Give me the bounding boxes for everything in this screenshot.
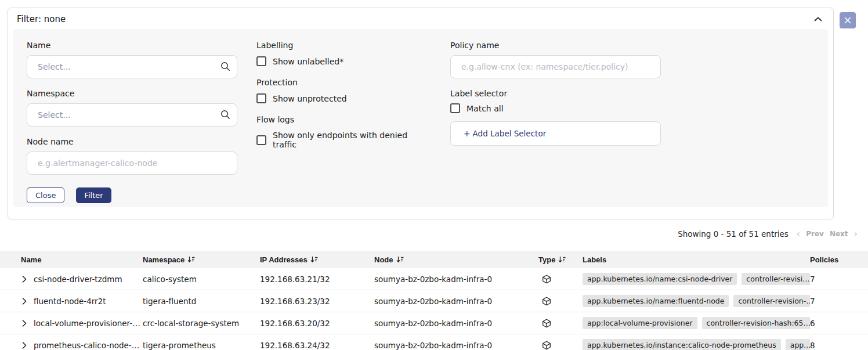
filter-form: Name Namespace Node name Close Filt: [13, 29, 828, 207]
show-unlabelled-checkbox[interactable]: [256, 56, 266, 66]
flow-logs-heading: Flow logs: [256, 115, 431, 124]
entries-summary: Showing 0 - 51 of 51 entries: [678, 229, 789, 239]
expand-row-button[interactable]: [21, 297, 28, 306]
node-name-field-label: Node name: [27, 137, 237, 146]
endpoint-node: soumya-bz-0zbo-kadm-infra-0: [374, 341, 538, 350]
denied-traffic-checkbox[interactable]: [256, 135, 266, 145]
endpoint-name: local-volume-provisioner-…: [34, 319, 140, 328]
endpoint-namespace: crc-local-storage-system: [143, 319, 260, 328]
column-header-node[interactable]: Node: [374, 255, 538, 264]
pagination: Showing 0 - 51 of 51 entries ‹ Prev Next…: [678, 229, 858, 239]
workload-pod-icon: [542, 319, 551, 328]
labelling-heading: Labelling: [256, 41, 431, 50]
expand-row-button[interactable]: [21, 275, 28, 284]
table-row: local-volume-provisioner-… crc-local-sto…: [0, 312, 868, 334]
chevron-right-icon: [22, 298, 27, 305]
label-chip: controller-revision-hash:65…: [702, 317, 810, 329]
denied-traffic-label: Show only endpoints with denied traffic: [273, 131, 431, 149]
search-icon: [220, 62, 230, 71]
chevron-right-icon: [22, 276, 27, 283]
endpoint-ip: 192.168.63.23/32: [260, 297, 374, 306]
filter-column-left: Name Namespace Node name Close Filt: [27, 41, 237, 196]
endpoint-policies-count: 8: [810, 341, 868, 350]
namespace-select-input[interactable]: [27, 103, 237, 127]
endpoint-node: soumya-bz-0zbo-kadm-infra-0: [374, 319, 538, 328]
workload-pod-icon: [542, 275, 551, 284]
match-all-checkbox[interactable]: [450, 103, 460, 113]
table-header-row: Name Namespace IP Addresses Node Type La…: [0, 251, 868, 268]
filter-column-right: Policy name Label selector Match all + A…: [450, 41, 661, 196]
filter-panel-header: Filter: none: [8, 8, 833, 29]
label-chip: app.…: [786, 339, 810, 350]
chevron-up-icon: [814, 17, 822, 21]
collapse-filter-button[interactable]: [812, 16, 824, 23]
filter-column-middle: Labelling Show unlabelled* Protection Sh…: [256, 41, 431, 196]
table-row: prometheus-calico-node-… tigera-promethe…: [0, 334, 868, 350]
name-field-label: Name: [27, 41, 237, 50]
endpoints-table: Name Namespace IP Addresses Node Type La…: [0, 251, 868, 350]
endpoint-name: fluentd-node-4rr2t: [34, 297, 106, 306]
show-unprotected-label: Show unprotected: [273, 94, 347, 103]
search-icon: [220, 110, 230, 120]
label-selector-label: Label selector: [450, 89, 661, 98]
show-unprotected-checkbox[interactable]: [256, 93, 266, 103]
endpoint-namespace: tigera-prometheus: [143, 341, 260, 350]
label-chip: controller-revision-…: [733, 295, 810, 307]
policy-name-field-label: Policy name: [450, 41, 661, 50]
column-header-name[interactable]: Name: [0, 255, 143, 264]
label-chip: controller-revisi…: [742, 273, 810, 285]
filter-panel-title: Filter: none: [17, 14, 66, 24]
policy-name-input[interactable]: [450, 55, 661, 78]
node-name-input[interactable]: [27, 151, 237, 175]
expand-row-button[interactable]: [21, 319, 28, 328]
endpoint-ip: 192.168.63.24/32: [260, 341, 374, 350]
close-button[interactable]: Close: [27, 187, 64, 203]
sort-icon: [310, 256, 318, 263]
protection-heading: Protection: [256, 78, 431, 87]
endpoint-policies-count: 6: [810, 319, 868, 328]
column-header-type[interactable]: Type: [538, 255, 583, 264]
close-icon: [844, 17, 851, 24]
endpoint-ip: 192.168.63.20/32: [260, 319, 374, 328]
namespace-field-label: Namespace: [27, 89, 237, 98]
endpoint-policies-count: 7: [810, 297, 868, 306]
dismiss-panel-button[interactable]: [840, 12, 856, 28]
name-select-input[interactable]: [27, 55, 237, 78]
column-header-ip-addresses[interactable]: IP Addresses: [260, 255, 374, 264]
table-row: csi-node-driver-tzdmm calico-system 192.…: [0, 268, 868, 290]
filter-panel: Filter: none Name Namespace: [8, 8, 834, 219]
chevron-right-icon: [22, 342, 27, 349]
label-chip: app.kubernetes.io/name:fluentd-node: [583, 295, 729, 307]
label-chip: app.kubernetes.io/name:csi-node-driver: [583, 273, 737, 285]
endpoint-policies-count: 7: [810, 275, 868, 284]
label-chip: app:local-volume-provisioner: [583, 317, 697, 329]
sort-icon: [396, 256, 404, 263]
endpoint-node: soumya-bz-0zbo-kadm-infra-0: [374, 275, 538, 284]
column-header-namespace[interactable]: Namespace: [143, 255, 260, 264]
show-unlabelled-label: Show unlabelled*: [273, 57, 343, 66]
column-header-policies: Policies: [810, 255, 868, 264]
sort-icon: [187, 256, 195, 263]
column-header-labels: Labels: [583, 255, 810, 264]
prev-page-link[interactable]: Prev: [806, 230, 824, 238]
expand-row-button[interactable]: [21, 341, 28, 350]
match-all-label: Match all: [466, 104, 504, 113]
label-chip: app.kubernetes.io/instance:calico-node-p…: [583, 339, 781, 350]
next-page-link[interactable]: Next: [830, 230, 848, 238]
endpoint-name: prometheus-calico-node-…: [34, 341, 139, 350]
chevron-right-icon: [22, 320, 27, 327]
sort-icon: [558, 256, 566, 263]
endpoint-ip: 192.168.63.21/32: [260, 275, 374, 284]
endpoint-namespace: calico-system: [143, 275, 260, 284]
filter-button[interactable]: Filter: [76, 187, 111, 203]
workload-pod-icon: [542, 341, 551, 350]
endpoint-namespace: tigera-fluentd: [143, 297, 260, 306]
table-row: fluentd-node-4rr2t tigera-fluentd 192.16…: [0, 290, 868, 312]
next-arrow-icon[interactable]: ›: [854, 229, 858, 239]
prev-arrow-icon[interactable]: ‹: [797, 229, 800, 239]
endpoint-node: soumya-bz-0zbo-kadm-infra-0: [374, 297, 538, 306]
endpoint-name: csi-node-driver-tzdmm: [34, 275, 122, 284]
add-label-selector-button[interactable]: + Add Label Selector: [450, 121, 661, 146]
workload-pod-icon: [542, 297, 551, 306]
